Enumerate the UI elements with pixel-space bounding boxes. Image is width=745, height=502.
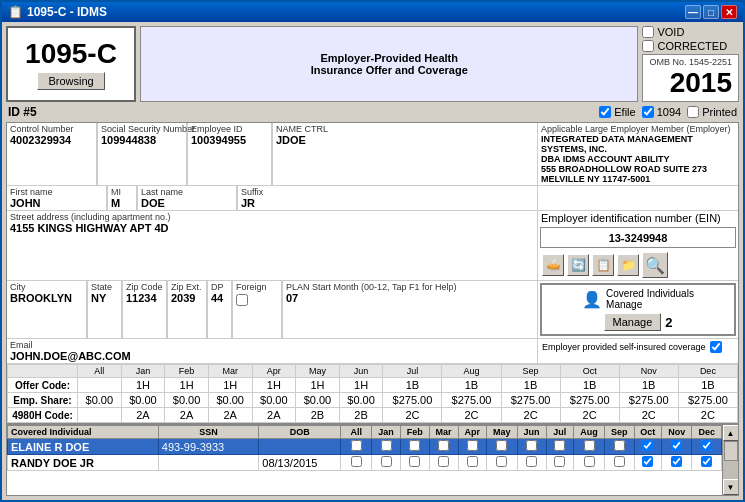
col-jun: Jun	[339, 365, 383, 378]
table-cell: 2C	[678, 408, 737, 423]
printed-checkbox[interactable]	[687, 106, 699, 118]
copy-icon[interactable]: 📋	[592, 254, 614, 276]
table-cell: 1B	[442, 378, 501, 393]
month-checkbox[interactable]	[671, 440, 682, 451]
month-checkbox[interactable]	[438, 456, 449, 467]
table-cell: $275.00	[678, 393, 737, 408]
table-cell: $0.00	[339, 393, 383, 408]
covered-dob	[259, 439, 341, 455]
scrollbar[interactable]: ▲ ▼	[722, 425, 738, 495]
mi-cell: MI M	[107, 186, 137, 210]
search-icon[interactable]: 🔍	[642, 252, 668, 278]
month-checkbox[interactable]	[409, 456, 420, 467]
folder-icon[interactable]: 📁	[617, 254, 639, 276]
void-checkbox[interactable]	[642, 26, 654, 38]
minimize-button[interactable]: —	[685, 5, 701, 19]
month-checkbox[interactable]	[526, 456, 537, 467]
covered-individuals-box: 👤 Covered Individuals Manage Manage 2	[538, 281, 738, 338]
month-checkbox[interactable]	[409, 440, 420, 451]
foreign-checkbox[interactable]	[236, 294, 248, 306]
month-checkbox[interactable]	[438, 440, 449, 451]
list-item[interactable]: RANDY DOE JR08/13/2015	[8, 455, 722, 471]
month-checkbox[interactable]	[614, 440, 625, 451]
month-checkbox[interactable]	[554, 440, 565, 451]
table-cell: $275.00	[619, 393, 678, 408]
table-cell: $275.00	[560, 393, 619, 408]
covered-label: Covered Individuals	[606, 288, 694, 299]
scroll-up-button[interactable]: ▲	[723, 425, 739, 441]
month-checkbox[interactable]	[496, 456, 507, 467]
efile-checkbox[interactable]	[599, 106, 611, 118]
table-cell: $0.00	[296, 393, 340, 408]
table-cell: 2B	[339, 408, 383, 423]
month-checkbox[interactable]	[467, 456, 478, 467]
browsing-button[interactable]: Browsing	[37, 72, 104, 90]
month-checkbox[interactable]	[701, 440, 712, 451]
covered-name: ELAINE R DOE	[8, 439, 159, 455]
month-checkbox[interactable]	[526, 440, 537, 451]
refresh-icon[interactable]: 🔄	[567, 254, 589, 276]
month-checkbox[interactable]	[496, 440, 507, 451]
employer-spacer	[538, 186, 738, 210]
month-checkbox[interactable]	[467, 440, 478, 451]
employee-id-cell: Employee ID 100394955	[187, 123, 272, 185]
corrected-label: CORRECTED	[657, 40, 727, 52]
close-button[interactable]: ✕	[721, 5, 737, 19]
table-cell: 1B	[501, 378, 560, 393]
table-cell: 1B	[383, 378, 442, 393]
manage-button[interactable]: Manage	[604, 313, 662, 331]
month-checkbox[interactable]	[584, 440, 595, 451]
month-checkbox[interactable]	[642, 440, 653, 451]
col-dec: Dec	[678, 365, 737, 378]
table-cell: 1H	[296, 378, 340, 393]
table-cell: $0.00	[121, 393, 165, 408]
first-name-cell: First name JOHN	[7, 186, 107, 210]
row-label: Offer Code:	[8, 378, 78, 393]
month-checkbox[interactable]	[642, 456, 653, 467]
table-cell: 1H	[121, 378, 165, 393]
month-checkbox[interactable]	[701, 456, 712, 467]
month-checkbox[interactable]	[614, 456, 625, 467]
scroll-down-button[interactable]: ▼	[723, 479, 739, 495]
table-row: Offer Code:1H1H1H1H1H1H1B1B1B1B1B1B	[8, 378, 738, 393]
form-body: Control Number 4002329934 Social Securit…	[6, 122, 739, 496]
list-item[interactable]: ELAINE R DOE493-99-3933	[8, 439, 722, 455]
table-cell: 2C	[383, 408, 442, 423]
month-checkbox[interactable]	[554, 456, 565, 467]
covered-ssn: 493-99-3933	[158, 439, 259, 455]
table-cell: 2A	[252, 408, 296, 423]
col-sep: Sep	[501, 365, 560, 378]
col-nov: Nov	[619, 365, 678, 378]
month-checkbox[interactable]	[584, 456, 595, 467]
all-month-checkbox[interactable]	[351, 456, 362, 467]
printed-label: Printed	[702, 106, 737, 118]
self-insured-cell: Employer provided self-insured coverage	[538, 339, 738, 363]
col-apr: Apr	[252, 365, 296, 378]
code-table-section: All Jan Feb Mar Apr May Jun Jul Aug Sep …	[7, 364, 738, 423]
form1094-checkbox[interactable]	[642, 106, 654, 118]
month-checkbox[interactable]	[381, 440, 392, 451]
row-label: Emp. Share:	[8, 393, 78, 408]
table-cell: 1H	[165, 378, 209, 393]
foreign-cell: Foreign	[232, 281, 282, 338]
table-cell: 1B	[560, 378, 619, 393]
maximize-button[interactable]: □	[703, 5, 719, 19]
col-aug: Aug	[442, 365, 501, 378]
zip-ext-cell: Zip Ext. 2039	[167, 281, 207, 338]
year: 2015	[649, 67, 732, 99]
table-cell: $275.00	[501, 393, 560, 408]
corrected-checkbox[interactable]	[642, 40, 654, 52]
month-checkbox[interactable]	[671, 456, 682, 467]
table-cell: 2C	[560, 408, 619, 423]
col-all: All	[78, 365, 122, 378]
control-number-cell: Control Number 4002329934	[7, 123, 97, 185]
all-month-checkbox[interactable]	[351, 440, 362, 451]
table-cell: $275.00	[442, 393, 501, 408]
covered-ssn	[158, 455, 259, 471]
table-cell: 1B	[619, 378, 678, 393]
month-checkbox[interactable]	[381, 456, 392, 467]
chart-icon[interactable]: 🥧	[542, 254, 564, 276]
street-cell: Street address (including apartment no.)…	[7, 211, 537, 235]
table-cell: $0.00	[252, 393, 296, 408]
self-insured-checkbox[interactable]	[710, 341, 722, 353]
